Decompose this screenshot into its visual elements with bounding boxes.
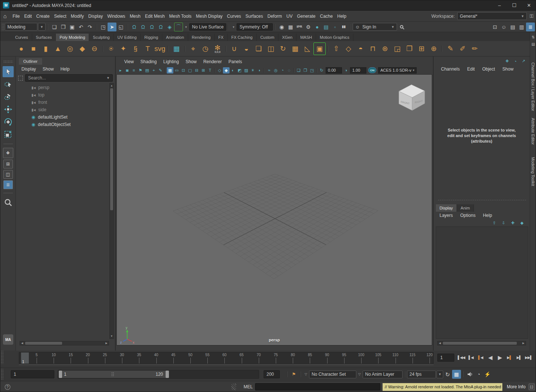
outliner-item-front[interactable]: ▮◄front: [16, 99, 109, 106]
speed-dial-button[interactable]: ◔: [512, 58, 519, 64]
open-scene-button[interactable]: ❒: [59, 23, 68, 31]
frame-text-button[interactable]: T: [207, 67, 213, 74]
character-set-arrow-icon[interactable]: ▽: [305, 372, 307, 376]
menu-mesh[interactable]: Mesh: [128, 12, 143, 21]
motion-blur-button[interactable]: ◌: [286, 67, 292, 74]
anim-layer-arrow-icon[interactable]: ▽: [358, 372, 361, 376]
live-surface-field[interactable]: No Live Surface: [189, 23, 226, 31]
boolean-button[interactable]: ◓: [354, 42, 367, 55]
poly-type-button[interactable]: T: [142, 42, 154, 55]
screenshot-button[interactable]: ◳: [309, 67, 315, 74]
duplicate-face-button[interactable]: ❏: [252, 42, 265, 55]
step-forward-button[interactable]: ▶▌: [514, 352, 524, 362]
poly-disc-button[interactable]: ⊖: [88, 42, 101, 55]
shelf-tab-xgen[interactable]: XGen: [278, 34, 296, 41]
layer-menu-options[interactable]: Options: [457, 212, 479, 219]
pause-viewport-button[interactable]: ▮▮: [339, 23, 348, 31]
graph-button[interactable]: ↗: [520, 58, 527, 64]
redo-button[interactable]: ↷: [85, 23, 94, 31]
poly-helix-button[interactable]: §: [129, 42, 142, 55]
snap-to-view-planes-button[interactable]: ◈: [165, 23, 174, 31]
save-scene-button[interactable]: ▣: [68, 23, 77, 31]
play-backwards-button[interactable]: ◀: [485, 352, 495, 362]
attribute-editor-toggle-button[interactable]: ▥: [517, 23, 526, 31]
menu-set-dropdown[interactable]: Modeling: [5, 23, 37, 31]
render-frame-button[interactable]: ▦: [286, 23, 295, 31]
scroll-right-arrow[interactable]: ▶: [521, 341, 526, 345]
menu-edit[interactable]: Edit: [22, 12, 34, 21]
viewport-menu-panels[interactable]: Panels: [225, 58, 245, 65]
select-tool-button[interactable]: [3, 66, 14, 77]
move-tool-button[interactable]: [3, 104, 14, 115]
channel-menu-object[interactable]: Object: [478, 65, 499, 73]
isolate-select-button[interactable]: ❏: [295, 67, 302, 74]
command-input[interactable]: [255, 383, 380, 391]
shelf-tab-sculpting[interactable]: Sculpting: [89, 34, 113, 41]
loop-toggle-icon[interactable]: ↻: [443, 370, 452, 379]
outliner-item-side[interactable]: ▮◄side: [16, 106, 109, 113]
subdivide-button[interactable]: ▦: [289, 42, 301, 55]
gamma-icon[interactable]: ◑: [343, 67, 349, 74]
pan-zoom-button[interactable]: +: [150, 67, 157, 74]
layer-menu-help[interactable]: Help: [479, 212, 496, 219]
combine-button[interactable]: ∪: [228, 42, 240, 55]
shelf-tab-fx[interactable]: FX: [215, 34, 228, 41]
range-slider-bar[interactable]: 1 120: [59, 371, 169, 378]
grip-handle[interactable]: [3, 60, 13, 63]
scroll-up-arrow[interactable]: ▲: [110, 83, 113, 88]
safe-title-button[interactable]: ⊞: [200, 67, 207, 74]
menu-cache[interactable]: Cache: [318, 12, 335, 21]
menu-deform[interactable]: Deform: [265, 12, 284, 21]
ipr-render-button[interactable]: IPR: [295, 23, 304, 31]
occlusion-button[interactable]: ◔: [279, 67, 286, 74]
menu-generate[interactable]: Generate: [295, 12, 318, 21]
bridge-button[interactable]: ⊓: [367, 42, 379, 55]
grip-handle[interactable]: [0, 351, 4, 364]
poly-plane-button[interactable]: ◆: [76, 42, 88, 55]
maximize-button[interactable]: ☐: [507, 0, 522, 10]
render-view-button[interactable]: ◉: [277, 23, 286, 31]
channel-menu-show[interactable]: Show: [499, 65, 517, 73]
resize-grip[interactable]: [231, 384, 236, 390]
resolution-gate-button[interactable]: ⊡: [180, 67, 187, 74]
sculpt-tool-button[interactable]: ✏: [469, 42, 481, 55]
script-editor-icon[interactable]: {;}: [529, 384, 535, 390]
animation-end-field[interactable]: 200: [264, 370, 280, 378]
workspace-dropdown[interactable]: General* ▼: [457, 12, 527, 20]
select-hierarchy-button[interactable]: ◳: [99, 23, 108, 31]
svg-button[interactable]: svg: [154, 42, 166, 55]
tab-attribute-editor[interactable]: Attribute Editor: [531, 118, 535, 145]
minimize-button[interactable]: –: [492, 0, 507, 10]
bevel-button[interactable]: ◇: [342, 42, 354, 55]
quad-draw-button[interactable]: ▣: [313, 42, 326, 55]
user-avatar[interactable]: MA: [3, 334, 13, 345]
shelf-menu-icon[interactable]: ▤: [532, 42, 535, 46]
layer-down-button[interactable]: ⇩: [500, 220, 507, 226]
menu-edit-mesh[interactable]: Edit Mesh: [143, 12, 167, 21]
chevron-down-icon[interactable]: ▾: [185, 25, 187, 29]
current-frame-indicator[interactable]: 1: [21, 352, 29, 364]
outliner-item-persp[interactable]: ▮◄persp: [16, 84, 109, 91]
dag-menu-button[interactable]: ❖: [504, 58, 510, 64]
shelf-tab-uv-editing[interactable]: UV Editing: [114, 34, 141, 41]
scroll-left-arrow[interactable]: ◀: [20, 341, 24, 345]
command-language-toggle[interactable]: MEL: [241, 383, 255, 391]
snap-to-grids-button[interactable]: Ω: [130, 23, 139, 31]
platonic-solid-button[interactable]: ⍟: [105, 42, 117, 55]
smooth-button[interactable]: ↻: [277, 42, 289, 55]
grip-handle[interactable]: [0, 369, 4, 380]
fps-dropdown[interactable]: 24 fps: [407, 371, 436, 378]
range-bar-grip[interactable]: [111, 372, 114, 376]
target-weld-button[interactable]: ⊞: [415, 42, 428, 55]
layout-outliner-persp-button[interactable]: ≣: [3, 180, 13, 189]
lasso-tool-button[interactable]: [3, 79, 14, 90]
fps-arrow[interactable]: ▼: [437, 371, 443, 378]
grid-button[interactable]: ▦: [167, 67, 173, 74]
snap-to-projected-center-button[interactable]: Ω: [156, 23, 165, 31]
snap-to-curves-button[interactable]: Ω: [139, 23, 147, 31]
scale-tool-button[interactable]: [3, 129, 14, 140]
shadows-button[interactable]: ◗: [256, 67, 263, 74]
current-time-field[interactable]: 1: [437, 354, 454, 362]
shelf-tab-rendering[interactable]: Rendering: [188, 34, 215, 41]
render-setup-button[interactable]: ●: [313, 23, 322, 31]
